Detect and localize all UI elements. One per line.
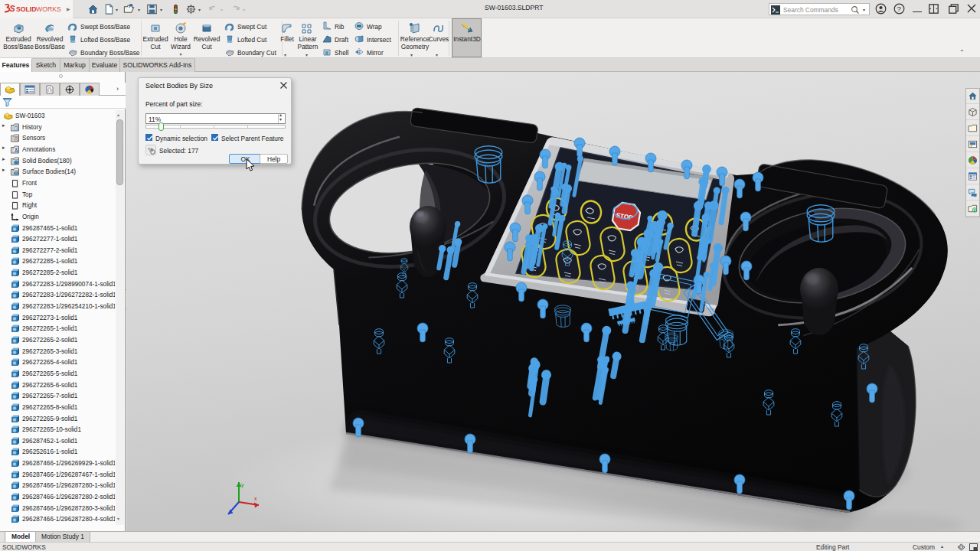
svg-text:?: ?: [897, 5, 901, 13]
svg-text:WORKS: WORKS: [36, 5, 61, 13]
svg-text:x: x: [254, 496, 257, 501]
svg-text:y: y: [241, 482, 244, 488]
svg-text:A: A: [15, 148, 18, 153]
svg-text:SOLID: SOLID: [16, 5, 37, 13]
svg-text:S: S: [10, 4, 15, 13]
